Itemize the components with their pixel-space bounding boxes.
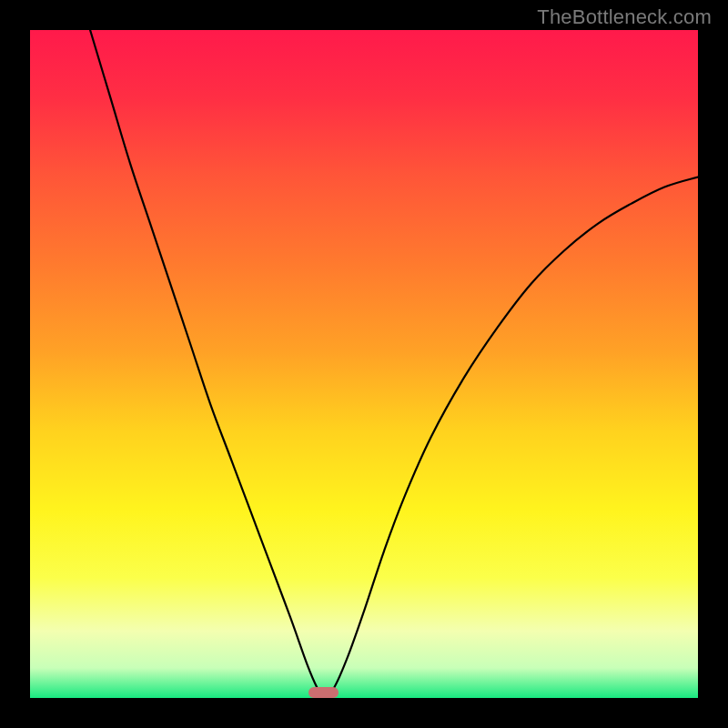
curve-right-branch [324, 177, 698, 698]
curve-left-branch [90, 30, 324, 698]
chart-frame: TheBottleneck.com [0, 0, 728, 728]
plot-area [30, 30, 698, 698]
bottleneck-curve [30, 30, 698, 698]
optimal-point-marker [308, 687, 339, 698]
watermark-text: TheBottleneck.com [537, 5, 712, 29]
